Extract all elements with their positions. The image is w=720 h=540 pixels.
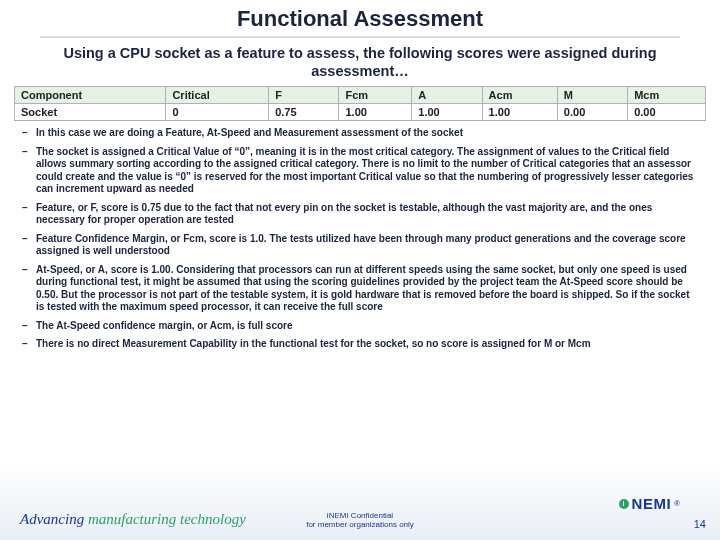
scores-table: Component Critical F Fcm A Acm M Mcm Soc… bbox=[14, 86, 706, 121]
cell-mcm: 0.00 bbox=[628, 104, 706, 121]
list-item: –The socket is assigned a Critical Value… bbox=[22, 146, 700, 196]
logo-word: NEMI bbox=[632, 495, 672, 512]
logo-dot-icon: i bbox=[619, 499, 629, 509]
cell-component: Socket bbox=[15, 104, 166, 121]
bullet-text: In this case we are doing a Feature, At-… bbox=[36, 127, 700, 140]
list-item: –Feature, or F, score is 0.75 due to the… bbox=[22, 202, 700, 227]
footer: i NEMI ® Advancing manufacturing technol… bbox=[0, 494, 720, 540]
col-f: F bbox=[269, 87, 339, 104]
list-item: –In this case we are doing a Feature, At… bbox=[22, 127, 700, 140]
list-item: –The At-Speed confidence margin, or Acm,… bbox=[22, 320, 700, 333]
bullet-dash-icon: – bbox=[22, 127, 36, 140]
bullet-dash-icon: – bbox=[22, 146, 36, 196]
col-mcm: Mcm bbox=[628, 87, 706, 104]
cell-m: 0.00 bbox=[557, 104, 627, 121]
cell-fcm: 1.00 bbox=[339, 104, 412, 121]
bullet-dash-icon: – bbox=[22, 202, 36, 227]
tagline-part1: Advancing bbox=[20, 511, 88, 527]
confidential-note: iNEMI Confidential for member organizati… bbox=[306, 512, 414, 530]
col-fcm: Fcm bbox=[339, 87, 412, 104]
list-item: –There is no direct Measurement Capabili… bbox=[22, 338, 700, 351]
bullet-dash-icon: – bbox=[22, 338, 36, 351]
bullet-text: There is no direct Measurement Capabilit… bbox=[36, 338, 700, 351]
bullet-list: –In this case we are doing a Feature, At… bbox=[0, 127, 720, 351]
bullet-text: Feature Confidence Margin, or Fcm, score… bbox=[36, 233, 700, 258]
bullet-dash-icon: – bbox=[22, 264, 36, 314]
registered-icon: ® bbox=[674, 499, 680, 508]
cell-a: 1.00 bbox=[412, 104, 482, 121]
list-item: –Feature Confidence Margin, or Fcm, scor… bbox=[22, 233, 700, 258]
tagline-part2: manufacturing technology bbox=[88, 511, 246, 527]
bullet-text: The socket is assigned a Critical Value … bbox=[36, 146, 700, 196]
table-row: Socket 0 0.75 1.00 1.00 1.00 0.00 0.00 bbox=[15, 104, 706, 121]
bullet-dash-icon: – bbox=[22, 320, 36, 333]
cell-acm: 1.00 bbox=[482, 104, 557, 121]
col-component: Component bbox=[15, 87, 166, 104]
conf-line2: for member organizations only bbox=[306, 521, 414, 530]
cell-critical: 0 bbox=[166, 104, 269, 121]
col-a: A bbox=[412, 87, 482, 104]
bullet-text: At-Speed, or A, score is 1.00. Consideri… bbox=[36, 264, 700, 314]
col-critical: Critical bbox=[166, 87, 269, 104]
slide: Functional Assessment Using a CPU socket… bbox=[0, 0, 720, 540]
slide-subtitle: Using a CPU socket as a feature to asses… bbox=[0, 44, 720, 86]
col-acm: Acm bbox=[482, 87, 557, 104]
page-number: 14 bbox=[694, 518, 706, 530]
cell-f: 0.75 bbox=[269, 104, 339, 121]
table-header-row: Component Critical F Fcm A Acm M Mcm bbox=[15, 87, 706, 104]
tagline: Advancing manufacturing technology bbox=[20, 511, 246, 528]
bullet-dash-icon: – bbox=[22, 233, 36, 258]
inemi-logo: i NEMI ® bbox=[619, 495, 680, 512]
bullet-text: The At-Speed confidence margin, or Acm, … bbox=[36, 320, 700, 333]
col-m: M bbox=[557, 87, 627, 104]
divider bbox=[40, 36, 680, 38]
slide-title: Functional Assessment bbox=[0, 0, 720, 32]
bullet-text: Feature, or F, score is 0.75 due to the … bbox=[36, 202, 700, 227]
list-item: –At-Speed, or A, score is 1.00. Consider… bbox=[22, 264, 700, 314]
